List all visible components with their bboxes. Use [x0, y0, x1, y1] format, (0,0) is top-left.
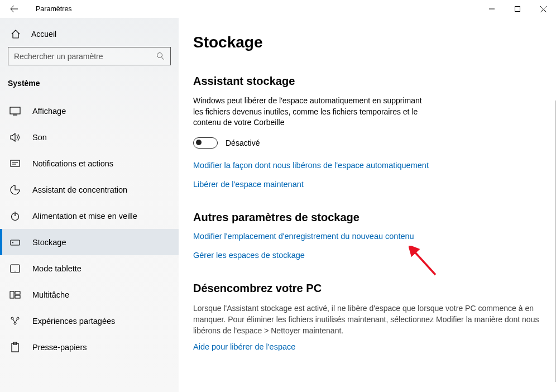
notifications-icon: [9, 159, 21, 168]
section-heading: Désencombrez votre PC: [193, 282, 541, 295]
close-button[interactable]: [530, 0, 556, 18]
storage-sense-toggle-label: Désactivé: [226, 138, 260, 147]
svg-rect-19: [15, 295, 20, 298]
display-icon: [9, 107, 21, 116]
svg-rect-18: [15, 291, 20, 294]
focus-icon: [9, 184, 21, 195]
minimize-button[interactable]: [479, 0, 505, 18]
sidebar-item-focus[interactable]: Assistant de concentration: [0, 176, 179, 203]
search-icon: [156, 52, 165, 60]
minimize-icon: [489, 6, 495, 12]
sidebar-nav: Affichage Son Notifications et actions A…: [0, 98, 179, 360]
sidebar-item-storage[interactable]: Stockage: [0, 229, 179, 255]
svg-point-16: [15, 270, 16, 271]
section-more-storage: Autres paramètres de stockage Modifier l…: [193, 211, 541, 260]
svg-point-14: [12, 242, 13, 243]
svg-point-4: [157, 53, 162, 58]
sidebar-item-tablet[interactable]: Mode tablette: [0, 255, 179, 281]
svg-rect-17: [10, 291, 14, 298]
storage-icon: [9, 238, 21, 247]
sound-icon: [9, 133, 21, 142]
sidebar: Accueil Système Affichage: [0, 18, 179, 392]
svg-rect-6: [10, 107, 20, 114]
sidebar-item-label: Multitâche: [32, 290, 69, 299]
maximize-button[interactable]: [505, 0, 530, 18]
sidebar-item-shared[interactable]: Expériences partagées: [0, 308, 179, 334]
sidebar-item-multitask[interactable]: Multitâche: [0, 281, 179, 308]
search-box[interactable]: [8, 47, 171, 65]
close-icon: [540, 6, 547, 12]
back-button[interactable]: [6, 1, 22, 17]
sidebar-item-power[interactable]: Alimentation et mise en veille: [0, 203, 179, 229]
window-title: Paramètres: [22, 5, 72, 13]
sidebar-item-label: Mode tablette: [32, 264, 82, 273]
sidebar-item-notifications[interactable]: Notifications et actions: [0, 150, 179, 176]
svg-rect-8: [11, 160, 20, 166]
svg-point-20: [11, 317, 13, 319]
sidebar-item-display[interactable]: Affichage: [0, 98, 179, 124]
clipboard-icon: [9, 342, 21, 353]
sidebar-item-label: Expériences partagées: [32, 317, 115, 326]
power-icon: [9, 211, 21, 221]
sidebar-group-title: Système: [0, 71, 179, 98]
search-container: [0, 45, 179, 71]
link-free-now[interactable]: Libérer de l'espace maintenant: [193, 180, 541, 189]
link-change-save-location[interactable]: Modifier l'emplacement d'enregistrement …: [193, 232, 541, 241]
multitask-icon: [9, 290, 21, 299]
link-change-free-space[interactable]: Modifier la façon dont nous libérons de …: [193, 161, 541, 170]
search-input[interactable]: [14, 52, 156, 61]
sidebar-item-label: Notifications et actions: [32, 159, 113, 168]
window-controls: [479, 0, 556, 18]
sidebar-item-label: Presse-papiers: [32, 343, 87, 352]
sidebar-item-clipboard[interactable]: Presse-papiers: [0, 334, 179, 360]
section-storage-sense: Assistant stockage Windows peut libérer …: [193, 75, 541, 189]
section-heading: Autres paramètres de stockage: [193, 211, 541, 224]
sidebar-item-sound[interactable]: Son: [0, 124, 179, 150]
sidebar-home[interactable]: Accueil: [0, 23, 179, 45]
sidebar-item-label: Affichage: [32, 107, 66, 116]
sidebar-item-label: Assistant de concentration: [32, 185, 127, 194]
section-declutter: Désencombrez votre PC Lorsque l'Assistan…: [193, 282, 541, 351]
maximize-icon: [515, 6, 520, 12]
svg-point-21: [17, 317, 19, 319]
storage-sense-toggle[interactable]: [193, 137, 218, 149]
link-manage-storage-spaces[interactable]: Gérer les espaces de stockage: [193, 251, 541, 260]
content-pane: Stockage Assistant stockage Windows peut…: [179, 18, 556, 392]
svg-line-5: [162, 58, 165, 60]
arrow-left-icon: [9, 4, 18, 13]
tablet-icon: [9, 264, 21, 273]
section-heading: Assistant stockage: [193, 75, 541, 88]
home-icon: [10, 29, 21, 39]
title-bar: Paramètres: [0, 0, 556, 18]
declutter-description: Lorsque l'Assistant stockage est activé,…: [193, 303, 539, 337]
svg-point-22: [14, 322, 16, 324]
sidebar-item-label: Stockage: [32, 238, 66, 247]
sidebar-home-label: Accueil: [31, 30, 56, 39]
svg-rect-13: [11, 240, 20, 245]
sidebar-item-label: Alimentation et mise en veille: [32, 212, 137, 221]
svg-rect-1: [515, 7, 520, 12]
page-title: Stockage: [193, 34, 541, 51]
link-help-free-space[interactable]: Aide pour libérer de l'espace: [193, 342, 541, 351]
shared-icon: [9, 316, 21, 326]
storage-sense-toggle-row: Désactivé: [193, 137, 541, 149]
storage-sense-description: Windows peut libérer de l'espace automat…: [193, 95, 430, 128]
sidebar-item-label: Son: [32, 133, 47, 142]
